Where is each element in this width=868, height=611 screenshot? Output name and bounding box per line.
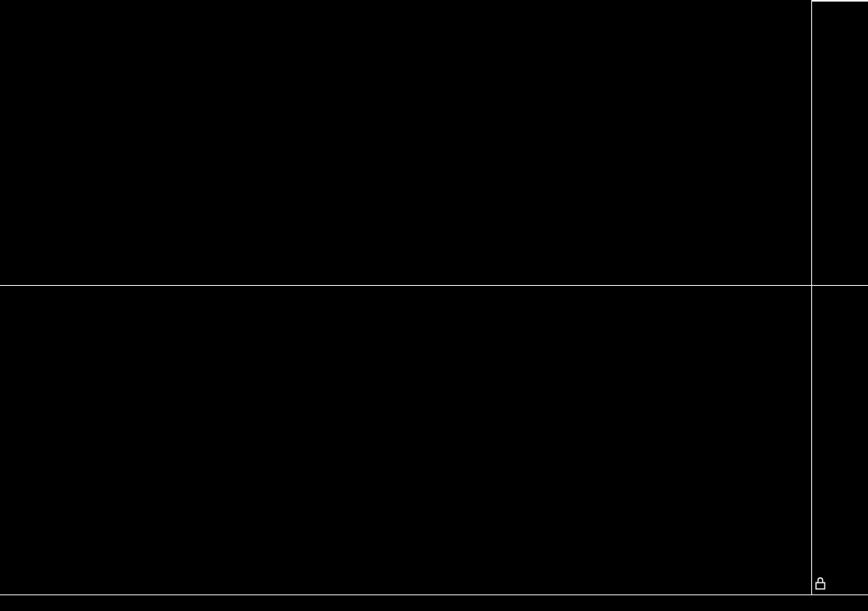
scale-lock-icon[interactable] (814, 576, 826, 590)
mt-chart-window (0, 0, 868, 611)
panel-separator[interactable] (0, 285, 868, 286)
current-price-tag (812, 0, 868, 2)
stochastic-chart-canvas[interactable] (0, 285, 811, 594)
time-axis[interactable] (0, 594, 868, 611)
indicator-label-row (0, 287, 811, 302)
symbol-info-line (3, 2, 13, 13)
main-chart-canvas[interactable] (0, 0, 811, 285)
price-axis[interactable] (811, 0, 868, 611)
